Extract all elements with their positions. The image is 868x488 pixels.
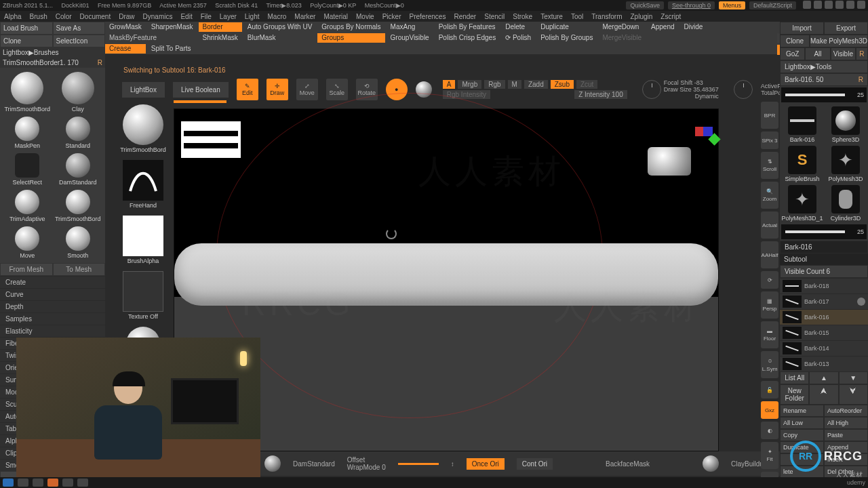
make-polymesh[interactable]: Make PolyMesh3D (810, 35, 868, 47)
max-angle[interactable]: MaxAng (387, 22, 433, 32)
subtool-bark018[interactable]: Bark-018 (780, 278, 868, 293)
wrapmode-label[interactable]: WrapMode 0 (347, 464, 386, 471)
alllow-button[interactable]: All Low (780, 417, 824, 429)
menu-picker[interactable]: Picker (382, 13, 401, 20)
brush-move[interactable]: Move (4, 226, 51, 259)
move-down-icon[interactable]: ⮟ (839, 384, 868, 405)
menu-edit[interactable]: Edit (180, 13, 192, 20)
menu-render[interactable]: Render (454, 13, 476, 20)
r-flag[interactable]: R (856, 47, 868, 60)
channel-a[interactable]: A (443, 80, 456, 89)
tool-polymesh[interactable]: PolyMesh3D (825, 144, 867, 182)
clone-brush[interactable]: Clone (0, 35, 53, 47)
explorer-icon[interactable] (33, 479, 43, 487)
brush-trimsmooth2[interactable]: TrimSmoothBord (55, 190, 102, 222)
cont-ori[interactable]: Cont Ori (517, 458, 553, 470)
lsym-button[interactable]: ⦶L.Sym (761, 351, 778, 378)
load-brush[interactable]: Load Brush (0, 22, 53, 35)
z-intensity[interactable]: Z Intensity 100 (574, 90, 627, 99)
search-icon[interactable] (18, 479, 28, 487)
autoreorder-button[interactable]: AutoReorder (824, 405, 868, 417)
sect-elasticity[interactable]: Elasticity (0, 325, 105, 337)
menu-brush[interactable]: Brush (30, 13, 47, 20)
channel-m[interactable]: M (508, 80, 521, 89)
polish-features[interactable]: Polish By Features (435, 22, 500, 32)
window-controls[interactable] (800, 1, 865, 10)
stroke-slot[interactable]: FreeHand (119, 157, 167, 213)
brush-slot[interactable]: TrimSmoothBord (119, 102, 167, 157)
to-mesh[interactable]: To Mesh (53, 263, 106, 276)
menu-marker[interactable]: Marker (294, 13, 315, 20)
divide-btn[interactable]: Divide (680, 22, 707, 32)
app-icon-2[interactable] (77, 479, 88, 487)
eye-icon[interactable] (857, 298, 865, 306)
menu-movie[interactable]: Movie (356, 13, 374, 20)
gxz-button[interactable]: Gxz (761, 401, 778, 419)
menu-stencil[interactable]: Stencil (484, 13, 505, 20)
copy-button[interactable]: Copy (780, 429, 824, 441)
lightbox-tools[interactable]: Lightbox▶Tools (780, 60, 868, 73)
zoom-button[interactable]: 🔍Zoom (761, 182, 778, 209)
clay-ball[interactable] (703, 455, 719, 472)
menus-toggle[interactable]: Menus (719, 1, 745, 9)
channel-rgb[interactable]: Rgb (484, 80, 505, 89)
polish-groups[interactable]: Polish By Groups (536, 33, 597, 43)
aahalf-button[interactable]: AAHalf (761, 241, 778, 268)
pg-crease[interactable]: Crease (105, 44, 146, 54)
draw-size[interactable]: Draw Size 35.48367 (664, 86, 719, 93)
backface-mask[interactable]: BackfaceMask (606, 460, 650, 468)
brush-maskpen[interactable]: MaskPen (4, 117, 51, 149)
sect-depth[interactable]: Depth (0, 300, 105, 312)
edit-mode[interactable]: ✎Edit (237, 79, 258, 100)
subtool-bark017[interactable]: Bark-017 (780, 293, 868, 309)
split-parts[interactable]: Split To Parts (147, 44, 197, 54)
new-folder[interactable]: New Folder (780, 384, 809, 405)
quicksave-button[interactable]: QuickSave (626, 1, 664, 9)
arrow-down-icon[interactable]: ▼ (839, 371, 868, 384)
dynamic-icon[interactable]: ⟳ (761, 271, 778, 289)
brush-standard[interactable]: Standard (55, 117, 102, 149)
size-dial[interactable] (734, 80, 753, 99)
tool-slider-1[interactable]: 25 (781, 87, 867, 102)
group-visible[interactable]: GroupVisible (387, 33, 433, 43)
firefox-icon[interactable] (47, 479, 58, 487)
offset-slider[interactable] (398, 463, 439, 465)
export-button[interactable]: Export (824, 22, 868, 35)
alpha-slot[interactable]: BrushAlpha (119, 213, 167, 268)
from-mesh[interactable]: From Mesh (0, 263, 53, 276)
move-mode[interactable]: ⤢Move (296, 79, 318, 100)
tool-sphere3d[interactable]: Sphere3D (825, 105, 867, 143)
polish-btn[interactable]: ⟳ Polish (501, 33, 535, 43)
visible-count[interactable]: Visible Count 6 (780, 265, 868, 278)
seethrough-slider[interactable]: See-through 0 (668, 1, 715, 9)
menu-material[interactable]: Material (323, 13, 348, 20)
texture-slot[interactable]: Texture Off (119, 268, 167, 324)
channel-zsub[interactable]: Zsub (551, 80, 574, 89)
tool-polymesh1[interactable]: PolyMesh3D_1 (781, 184, 823, 222)
tool-simplebrush[interactable]: SimpleBrush (781, 144, 823, 182)
menu-stroke[interactable]: Stroke (513, 13, 532, 20)
groups-normals[interactable]: Groups By Normals (317, 22, 384, 32)
subtool-bark016[interactable]: Bark-016 (780, 309, 868, 325)
menu-zscript[interactable]: Zscript (660, 13, 681, 20)
lock-icon[interactable]: 🔓 (761, 381, 778, 399)
rename-button[interactable]: Rename (780, 405, 824, 417)
tool-bark2[interactable]: Bark-016 (780, 241, 868, 253)
mergedown-btn[interactable]: MergeDown (598, 22, 646, 32)
channel-mrgb[interactable]: Mrgb (458, 80, 481, 89)
scroll-button[interactable]: ⇅Scroll (761, 152, 778, 179)
menu-dynamics[interactable]: Dynamics (143, 13, 173, 20)
sect-curve[interactable]: Curve (0, 288, 105, 300)
axis-gizmo[interactable] (695, 121, 715, 142)
menu-zplugin[interactable]: Zplugin (631, 13, 653, 20)
save-as-brush[interactable]: Save As (53, 22, 106, 35)
duplicate-btn[interactable]: Duplicate (536, 22, 597, 32)
brush-smooth[interactable]: Smooth (55, 226, 102, 259)
persp-button[interactable]: ▦Persp (761, 291, 778, 319)
current-tool[interactable]: Bark-016. 50R (780, 73, 868, 86)
focal-shift[interactable]: Focal Shift -83 (664, 79, 719, 86)
growmask[interactable]: GrowMask (105, 22, 146, 32)
dynamic-toggle[interactable]: Dynamic (664, 93, 719, 100)
current-brush[interactable]: TrimSmoothBorder1. 170 (3, 59, 79, 66)
menu-draw[interactable]: Draw (119, 13, 134, 20)
